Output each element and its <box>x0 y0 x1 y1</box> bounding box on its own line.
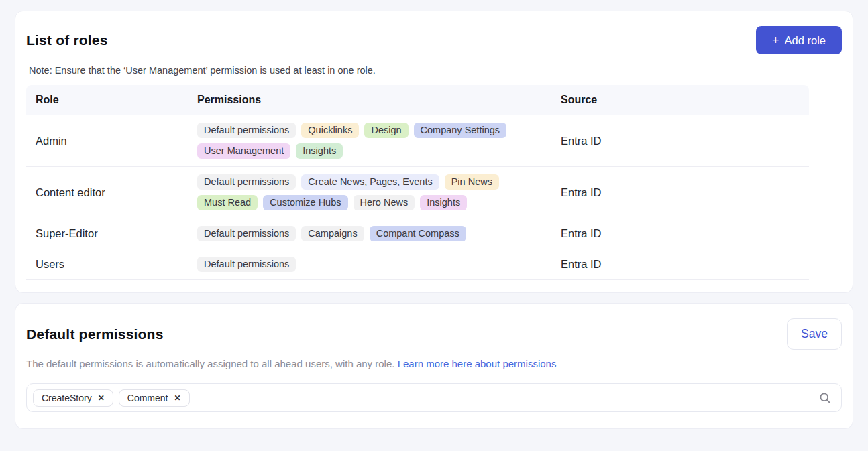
remove-tag-icon[interactable]: ✕ <box>98 394 105 402</box>
role-name: Users <box>26 253 197 276</box>
tag-chip-label: CreateStory <box>42 393 92 403</box>
tag-chip: CreateStory✕ <box>33 389 113 407</box>
roles-table-header: Role Permissions Source <box>26 85 809 115</box>
permission-badge: Default permissions <box>197 174 296 190</box>
table-row: UsersDefault permissionsEntra ID <box>26 249 809 280</box>
permission-badge: Quicklinks <box>301 123 359 138</box>
permission-badge: Default permissions <box>197 257 296 272</box>
tag-chip: Comment✕ <box>119 389 190 407</box>
description-text: The default permissions is automatically… <box>26 358 394 369</box>
permission-badge: Campaigns <box>301 226 364 241</box>
role-name: Super-Editor <box>26 222 197 245</box>
permission-badge: Pin News <box>445 174 499 190</box>
role-source: Entra ID <box>551 181 809 204</box>
table-row: AdminDefault permissionsQuicklinksDesign… <box>26 115 809 167</box>
permission-badge: Insights <box>296 143 343 159</box>
default-permissions-card: Default permissions Save The default per… <box>15 303 853 429</box>
role-source: Entra ID <box>551 129 809 153</box>
permission-badge: User Management <box>197 143 290 159</box>
permission-badge: Insights <box>420 195 467 210</box>
learn-more-link[interactable]: Learn more here about permissions <box>398 358 557 369</box>
table-row: Content editorDefault permissionsCreate … <box>26 167 809 218</box>
search-icon <box>818 391 832 405</box>
role-source: Entra ID <box>551 222 809 245</box>
permissions-cell: Default permissionsQuicklinksDesignCompa… <box>197 115 551 166</box>
permission-badge: Default permissions <box>197 226 296 241</box>
roles-table: Role Permissions Source AdminDefault per… <box>26 85 809 280</box>
add-role-label: Add role <box>785 34 826 47</box>
permission-badge: Design <box>364 123 408 138</box>
permission-badge: Customize Hubs <box>263 195 347 210</box>
table-row: Super-EditorDefault permissionsCampaigns… <box>26 218 809 249</box>
permission-badge: Hero News <box>354 195 415 210</box>
permission-badge: Create News, Pages, Events <box>301 174 439 190</box>
default-permissions-description: The default permissions is automatically… <box>26 358 842 369</box>
default-permissions-title: Default permissions <box>26 326 164 342</box>
tag-chip-label: Comment <box>127 393 168 403</box>
permission-badge: Compant Compass <box>370 226 466 241</box>
roles-card-header: List of roles + Add role <box>26 11 842 54</box>
permissions-tag-input[interactable]: CreateStory✕Comment✕ <box>26 383 842 412</box>
role-name: Admin <box>26 129 197 153</box>
role-source: Entra ID <box>551 253 809 276</box>
permission-badge: Default permissions <box>197 123 296 138</box>
remove-tag-icon[interactable]: ✕ <box>174 394 180 402</box>
permissions-cell: Default permissions <box>197 249 551 279</box>
add-role-button[interactable]: + Add role <box>756 26 842 54</box>
column-header-permissions: Permissions <box>197 85 551 115</box>
save-button[interactable]: Save <box>787 318 842 350</box>
permissions-cell: Default permissionsCreate News, Pages, E… <box>197 167 551 218</box>
default-permissions-header: Default permissions Save <box>26 304 842 350</box>
tag-chips: CreateStory✕Comment✕ <box>33 389 818 407</box>
roles-title: List of roles <box>26 32 108 48</box>
permission-badge: Company Settings <box>414 123 506 138</box>
column-header-source: Source <box>551 85 809 115</box>
roles-table-body: AdminDefault permissionsQuicklinksDesign… <box>26 115 809 280</box>
permission-badge: Must Read <box>197 195 258 210</box>
roles-card: List of roles + Add role Note: Ensure th… <box>15 11 853 293</box>
role-name: Content editor <box>26 181 197 204</box>
roles-note: Note: Ensure that the ‘User Management’ … <box>29 65 842 76</box>
plus-icon: + <box>772 34 779 46</box>
column-header-role: Role <box>26 85 197 115</box>
permissions-cell: Default permissionsCampaignsCompant Comp… <box>197 218 551 249</box>
